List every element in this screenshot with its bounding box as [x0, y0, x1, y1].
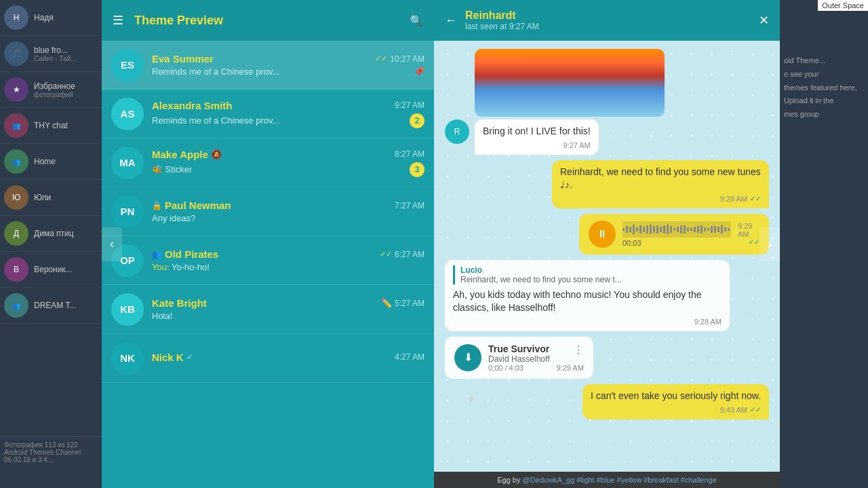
svg-rect-22: [697, 227, 699, 232]
left-panel-item[interactable]: 👥 DREAM T...: [0, 288, 102, 324]
message-time-row: 9:43 AM ✓✓: [591, 406, 761, 414]
contact-name: DREAM T...: [34, 301, 76, 310]
message-time: 9:29 AM: [738, 222, 760, 238]
lock-icon: 🔒: [152, 201, 162, 210]
svg-rect-14: [670, 227, 672, 231]
svg-rect-6: [643, 228, 645, 231]
message-preview: You: Yo-ho-ho!: [152, 262, 210, 272]
svg-rect-15: [673, 229, 675, 230]
chat-preview-row: Hola!: [152, 311, 425, 321]
track-artist: David Hasselhoff: [488, 354, 550, 364]
chat-name-row: 👥 Old Pirates ✓✓ 6:27 AM: [152, 248, 425, 260]
avatar: PN: [111, 195, 144, 228]
message-preview: Reminds me of a Chinese prov...: [152, 115, 279, 126]
left-panel-item[interactable]: В Вероник...: [0, 252, 102, 288]
contact-name: Home: [34, 157, 56, 166]
left-panel-item[interactable]: ★ Избранноефотографий: [0, 72, 102, 108]
double-check-icon: ✓✓: [380, 250, 392, 259]
close-button[interactable]: ✕: [759, 13, 769, 28]
contact-name: Eva Summer: [152, 53, 214, 64]
contact-name: Дима птиц: [34, 229, 74, 238]
download-button[interactable]: ⬇: [454, 344, 481, 371]
reply-incoming-bubble: Lucio Reinhardt, we need to find you som…: [445, 260, 730, 331]
chat-item-old-pirates[interactable]: OP 👥 Old Pirates ✓✓ 6:27 AM You: Yo-ho-h…: [102, 236, 434, 285]
left-panel-item[interactable]: 👥 Home: [0, 144, 102, 180]
outer-space-label: Outer Space: [818, 0, 868, 11]
more-options-icon[interactable]: ⋮: [573, 343, 584, 356]
message-preview: Hola!: [152, 311, 172, 321]
chat-item-kate-bright[interactable]: KB Kate Bright ✏️ 5:27 AM Hola!: [102, 285, 434, 334]
svg-rect-13: [667, 225, 669, 234]
svg-rect-31: [728, 228, 730, 231]
svg-rect-26: [711, 226, 713, 233]
left-panel-item[interactable]: 👥 THY chat: [0, 108, 102, 144]
voice-info: 00:03: [623, 221, 731, 247]
track-title: True Survivor: [488, 343, 550, 354]
right-nav-button[interactable]: ›: [760, 227, 780, 261]
message-time: 7:27 AM: [395, 201, 425, 210]
avatar: Д: [4, 221, 28, 246]
message-time: 9:43 AM: [720, 406, 747, 414]
contact-name: THY chat: [34, 121, 68, 130]
chat-item-alexandra-smith[interactable]: AS Alexandra Smith 9:27 AM Reminds me of…: [102, 90, 434, 138]
track-message-bubble: ⬇ True Survivor David Hasselhoff 0:00 / …: [445, 337, 593, 379]
svg-rect-3: [633, 225, 635, 234]
chat-header-info: Reinhardt last seen at 9:27 AM: [465, 10, 751, 31]
reply-preview: Reinhardt, we need to find you some new …: [460, 275, 722, 284]
avatar: AS: [111, 98, 144, 130]
chat-item-paul-newman[interactable]: PN 🔒 Paul Newman 7:27 AM Any ideas?: [102, 187, 434, 236]
chat-name-row: Make Apple 🔕 8:27 AM: [152, 149, 425, 160]
search-icon[interactable]: 🔍: [410, 14, 423, 27]
contact-name: Юли: [34, 193, 51, 202]
chat-info: Kate Bright ✏️ 5:27 AM Hola!: [152, 297, 425, 321]
left-panel-item[interactable]: Ю Юли: [0, 180, 102, 216]
svg-rect-10: [656, 225, 658, 233]
chat-item-nick-k[interactable]: NK Nick K ✔ 4:27 AM: [102, 334, 434, 383]
message-time: 5:27 AM: [395, 299, 425, 308]
chat-name-row: Kate Bright ✏️ 5:27 AM: [152, 297, 425, 309]
contact-name: Alexandra Smith: [152, 100, 232, 111]
avatar: Н: [4, 5, 28, 30]
right-panel-text: oid Theme...o see yourthemes featured he…: [780, 0, 868, 126]
svg-rect-17: [680, 226, 682, 233]
svg-rect-11: [660, 228, 662, 231]
svg-rect-2: [629, 227, 631, 232]
pause-button[interactable]: ⏸: [589, 221, 616, 248]
left-panel-item[interactable]: 🎵 blue fro...Сайнт - Тай...: [0, 36, 102, 72]
unread-badge: 3: [410, 162, 425, 177]
chat-item-make-apple[interactable]: MA Make Apple 🔕 8:27 AM 🐝 Sticker 3: [102, 138, 434, 187]
chat-status: last seen at 9:27 AM: [465, 22, 751, 31]
voice-message-bubble: ⏸: [579, 214, 769, 255]
chat-info: 🔒 Paul Newman 7:27 AM Any ideas?: [152, 200, 425, 223]
contact-name: Kate Bright: [152, 297, 207, 309]
message-text: I can't even take you seriously right no…: [591, 390, 761, 403]
chat-item-eva-summer[interactable]: ES Eva Summer ✓✓ 10:27 AM Reminds me of …: [102, 41, 434, 90]
svg-rect-25: [707, 228, 709, 231]
tooltip-text: Egg by @DeduwkA_gg: [497, 476, 574, 484]
contact-name: Вероник...: [34, 265, 73, 274]
track-duration: 0:00 / 4:03: [488, 364, 550, 372]
chat-preview-row: Reminds me of a Chinese prov... 2: [152, 113, 425, 128]
message-text: Reinhardt, we need to find you some new …: [560, 166, 761, 192]
left-panel-item[interactable]: Н Надя: [0, 0, 102, 36]
chat-name-row: Alexandra Smith 9:27 AM: [152, 100, 425, 111]
back-button[interactable]: ←: [445, 14, 457, 28]
left-panel-item[interactable]: Д Дима птиц: [0, 216, 102, 252]
group-icon: 👥: [152, 250, 162, 259]
message-time: 9:27 AM: [395, 100, 425, 110]
outgoing-big-bubble: I can't even take you seriously right no…: [583, 384, 769, 419]
avatar: ES: [111, 49, 144, 81]
avatar: MA: [111, 147, 144, 179]
svg-rect-29: [721, 225, 723, 233]
hamburger-icon[interactable]: ☰: [113, 13, 123, 28]
voice-time-col: 9:29 AM ✓✓: [738, 222, 760, 246]
sender-avatar: R: [445, 119, 469, 144]
avatar: В: [4, 257, 28, 282]
chat-preview-row: Any ideas?: [152, 213, 425, 223]
tooltip-bar: Egg by @DeduwkA_gg #light #blue #yellow …: [434, 472, 780, 488]
chat-name-row: 🔒 Paul Newman 7:27 AM: [152, 200, 425, 211]
chat-preview-row: Reminds me of a Chinese prov... 📌: [152, 67, 425, 77]
message-time: 9:27 AM: [563, 141, 590, 149]
track-info: True Survivor David Hasselhoff 0:00 / 4:…: [488, 343, 550, 372]
left-nav-button[interactable]: ‹: [102, 227, 122, 261]
